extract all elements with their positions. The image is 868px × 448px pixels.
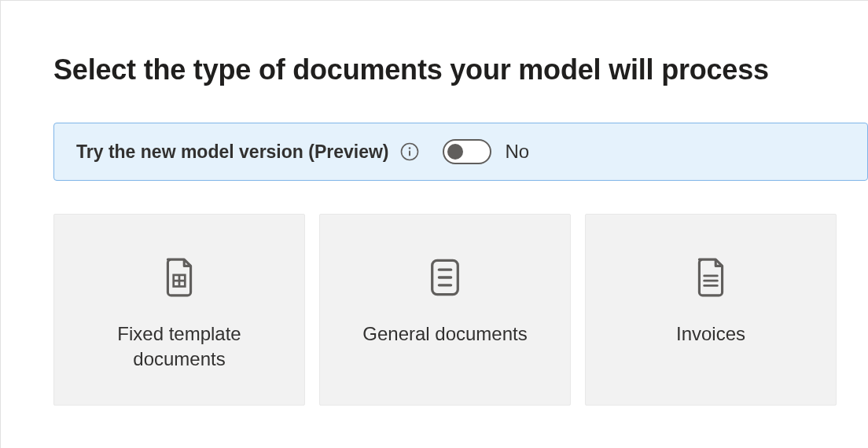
svg-rect-2 <box>409 151 410 156</box>
top-divider <box>0 0 868 1</box>
card-general-documents[interactable]: General documents <box>319 214 571 406</box>
preview-toggle[interactable] <box>443 139 491 164</box>
left-divider <box>0 0 1 448</box>
document-list-icon <box>426 259 464 296</box>
info-icon[interactable] <box>400 142 419 161</box>
document-lines-icon <box>692 259 730 296</box>
card-fixed-template[interactable]: Fixed template documents <box>53 214 305 406</box>
svg-point-1 <box>408 147 410 149</box>
preview-toggle-group: No <box>443 139 530 164</box>
page-title: Select the type of documents your model … <box>53 53 868 86</box>
card-title: Fixed template documents <box>54 321 304 373</box>
document-type-cards: Fixed template documents General documen… <box>53 214 868 406</box>
document-table-icon <box>160 259 198 296</box>
preview-banner: Try the new model version (Preview) No <box>53 123 868 181</box>
card-invoices[interactable]: Invoices <box>585 214 837 406</box>
preview-toggle-state: No <box>506 141 530 163</box>
card-title: Invoices <box>660 321 761 347</box>
preview-banner-label: Try the new model version (Preview) <box>76 141 389 163</box>
card-title: General documents <box>347 321 542 347</box>
toggle-knob <box>447 144 463 160</box>
